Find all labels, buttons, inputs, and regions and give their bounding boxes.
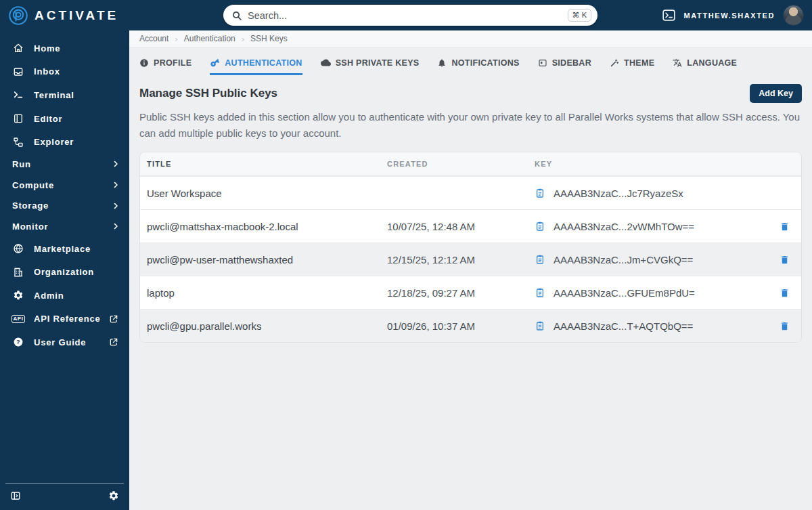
svg-text:?: ? bbox=[16, 339, 20, 345]
sidebar-item-admin[interactable]: Admin bbox=[0, 284, 129, 307]
question-icon: ? bbox=[12, 337, 24, 347]
sidebar-item-inbox[interactable]: Inbox bbox=[0, 60, 129, 84]
table-row: pwcli@mattshax-macbook-2.local 10/07/25,… bbox=[140, 209, 801, 242]
terminal-shortcut-icon[interactable] bbox=[662, 8, 676, 22]
sidebar-item-label: Explorer bbox=[34, 137, 74, 147]
sidebar-item-label: Home bbox=[34, 43, 60, 54]
tab-label: LANGUAGE bbox=[687, 58, 737, 68]
delete-key-icon[interactable] bbox=[780, 288, 790, 298]
tab-language[interactable]: LANGUAGE bbox=[673, 58, 737, 75]
external-link-icon bbox=[109, 337, 118, 347]
sidebar-item-label: User Guide bbox=[34, 337, 86, 347]
tab-label: THEME bbox=[624, 58, 654, 68]
key-created: 10/07/25, 12:48 AM bbox=[387, 221, 535, 232]
copy-key-icon[interactable] bbox=[535, 320, 545, 331]
top-bar: ACTIVATE ⌘ K MATTHEW.SHAXTED bbox=[0, 0, 812, 30]
tab-theme[interactable]: THEME bbox=[610, 58, 654, 75]
sidebar-panel-icon bbox=[538, 58, 547, 68]
building-icon bbox=[12, 267, 24, 278]
sidebar-item-marketplace[interactable]: Marketplace bbox=[0, 237, 129, 261]
tab-notifications[interactable]: NOTIFICATIONS bbox=[437, 58, 519, 75]
sidebar-group-run[interactable]: Run bbox=[0, 154, 129, 175]
key-icon bbox=[210, 58, 220, 68]
sidebar-group-label: Storage bbox=[12, 200, 49, 211]
sidebar-item-terminal[interactable]: Terminal bbox=[0, 83, 129, 107]
key-created: 12/18/25, 09:27 AM bbox=[387, 287, 535, 299]
key-created: 01/09/26, 10:37 AM bbox=[387, 320, 535, 332]
breadcrumb-account[interactable]: Account bbox=[139, 34, 168, 43]
breadcrumb-authentication[interactable]: Authentication bbox=[184, 34, 235, 43]
avatar[interactable] bbox=[783, 5, 804, 26]
collapse-sidebar-icon[interactable] bbox=[10, 490, 21, 501]
key-value: AAAAB3NzaC...Jc7RyazeSx bbox=[554, 188, 683, 199]
copy-key-icon[interactable] bbox=[535, 254, 545, 265]
delete-key-icon[interactable] bbox=[780, 255, 790, 265]
search-icon bbox=[231, 10, 242, 21]
sidebar-group-label: Run bbox=[12, 159, 31, 169]
sidebar-item-label: Organization bbox=[34, 267, 94, 277]
copy-key-icon[interactable] bbox=[535, 221, 545, 232]
key-title: User Workspace bbox=[140, 188, 387, 199]
ssh-keys-table: TITLE CREATED KEY User Workspace AAAAB3N… bbox=[139, 152, 802, 343]
sidebar-item-label: Editor bbox=[34, 114, 62, 124]
terminal-icon bbox=[12, 89, 24, 100]
sidebar-group-compute[interactable]: Compute bbox=[0, 175, 129, 196]
table-row: pwcli@gpu.parallel.works 01/09/26, 10:37… bbox=[140, 309, 801, 342]
tab-label: SSH PRIVATE KEYS bbox=[336, 58, 420, 68]
inbox-icon bbox=[12, 66, 24, 77]
sidebar-group-storage[interactable]: Storage bbox=[0, 195, 129, 216]
breadcrumb-ssh-keys[interactable]: SSH Keys bbox=[250, 34, 288, 43]
chevron-right-icon bbox=[112, 222, 120, 230]
external-link-icon bbox=[109, 314, 118, 324]
key-title: pwcli@gpu.parallel.works bbox=[140, 320, 387, 332]
tab-profile[interactable]: PROFILE bbox=[139, 58, 191, 75]
page-title: Manage SSH Public Keys bbox=[139, 87, 277, 100]
tab-sidebar[interactable]: SIDEBAR bbox=[538, 58, 591, 75]
search-input[interactable] bbox=[248, 10, 568, 21]
column-header-key: KEY bbox=[535, 160, 767, 168]
table-header: TITLE CREATED KEY bbox=[140, 152, 801, 176]
cloud-icon bbox=[321, 58, 331, 68]
table-row: laptop 12/18/25, 09:27 AM AAAAB3NzaC...G… bbox=[140, 276, 801, 309]
sidebar-footer bbox=[0, 483, 129, 510]
table-row: pwcli@pw-user-matthewshaxted 12/15/25, 1… bbox=[140, 242, 801, 276]
key-value: AAAAB3NzaC...Jm+CVGkQ== bbox=[554, 254, 693, 265]
global-search[interactable]: ⌘ K bbox=[223, 5, 597, 26]
table-row: User Workspace AAAAB3NzaC...Jc7RyazeSx bbox=[140, 176, 801, 209]
editor-icon bbox=[12, 113, 24, 124]
sidebar-item-user-guide[interactable]: ? User Guide bbox=[0, 331, 129, 354]
breadcrumb-separator: › bbox=[242, 34, 244, 44]
home-icon bbox=[12, 43, 24, 54]
sidebar-item-editor[interactable]: Editor bbox=[0, 107, 129, 131]
parallel-works-logo-icon bbox=[8, 5, 28, 26]
sidebar-item-explorer[interactable]: Explorer bbox=[0, 130, 129, 154]
sidebar-group-monitor[interactable]: Monitor bbox=[0, 216, 129, 237]
delete-key-icon[interactable] bbox=[780, 221, 790, 232]
wand-icon bbox=[610, 58, 619, 68]
sidebar-item-api-reference[interactable]: API API Reference bbox=[0, 307, 129, 331]
column-header-created: CREATED bbox=[387, 160, 535, 168]
copy-key-icon[interactable] bbox=[535, 188, 545, 198]
chevron-right-icon bbox=[112, 202, 120, 210]
sidebar-item-label: Admin bbox=[34, 291, 64, 301]
api-icon: API bbox=[12, 315, 24, 323]
sidebar-item-organization[interactable]: Organization bbox=[0, 260, 129, 284]
user-area: MATTHEW.SHAXTED bbox=[662, 0, 804, 30]
translate-icon bbox=[673, 58, 682, 68]
section-description: Public SSH keys added in this section al… bbox=[129, 103, 812, 142]
settings-tabs: PROFILE AUTHENTICATION SSH PRIVATE KEYS bbox=[129, 47, 812, 75]
add-key-button[interactable]: Add Key bbox=[750, 84, 802, 103]
copy-key-icon[interactable] bbox=[535, 287, 545, 298]
tab-authentication[interactable]: AUTHENTICATION bbox=[210, 58, 302, 75]
tab-label: SIDEBAR bbox=[552, 58, 591, 68]
breadcrumb: Account › Authentication › SSH Keys bbox=[129, 30, 812, 47]
key-value: AAAAB3NzaC...GFUEm8PdU= bbox=[554, 287, 695, 299]
tab-ssh-private-keys[interactable]: SSH PRIVATE KEYS bbox=[321, 58, 420, 75]
sidebar-item-home[interactable]: Home bbox=[0, 37, 129, 60]
tab-label: NOTIFICATIONS bbox=[451, 58, 519, 68]
delete-key-icon[interactable] bbox=[780, 321, 790, 331]
key-title: pwcli@pw-user-matthewshaxted bbox=[140, 254, 387, 265]
settings-gear-icon[interactable] bbox=[108, 490, 119, 501]
brand-logo[interactable]: ACTIVATE bbox=[0, 5, 118, 26]
chevron-right-icon bbox=[112, 160, 120, 168]
